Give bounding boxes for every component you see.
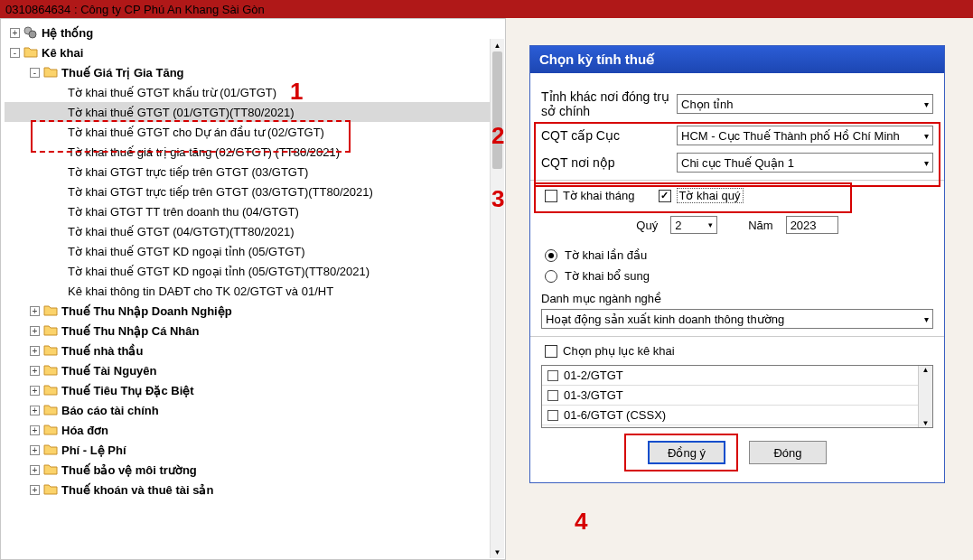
radio-supplement-declare[interactable]: Tờ khai bổ sung	[545, 269, 650, 283]
quarter-select[interactable]: 2 ▾	[670, 216, 717, 234]
scrollbar-thumb[interactable]	[492, 51, 502, 169]
cqt-capcuc-value: HCM - Cục Thuế Thành phố Hồ Chí Minh	[681, 129, 900, 143]
expand-collapse-icon[interactable]: +	[30, 425, 40, 435]
close-button-label: Đóng	[773, 446, 801, 460]
dm-select[interactable]: Hoạt động sản xuất kinh doanh thông thườ…	[541, 309, 933, 329]
month-checkbox[interactable]: Tờ khai tháng	[545, 189, 635, 202]
tree-item[interactable]: Tờ khai thuế GTGT KD ngoại tỉnh (05/GTGT…	[5, 241, 501, 261]
ok-button[interactable]: Đồng ý	[648, 441, 725, 464]
quarter-label: Quý	[636, 219, 658, 232]
tree-item[interactable]: Kê khai thông tin DAĐT cho TK 02/GTGT và…	[5, 281, 501, 301]
folder-icon	[43, 303, 58, 318]
year-label: Năm	[748, 219, 772, 232]
close-button[interactable]: Đóng	[749, 441, 827, 464]
radio-supp-label: Tờ khai bổ sung	[565, 269, 650, 283]
folder-icon	[43, 363, 58, 378]
tree-item[interactable]: -Thuế Giá Trị Gia Tăng	[5, 62, 501, 82]
tree-item-label: Thuế bảo vệ môi trường	[61, 463, 197, 477]
tree-item[interactable]: Tờ khai GTGT trực tiếp trên GTGT (03/GTG…	[5, 182, 501, 201]
expand-collapse-icon[interactable]: +	[30, 406, 40, 415]
svg-point-1	[29, 31, 36, 38]
tree-item[interactable]: +Thuế Tiêu Thụ Đặc Biệt	[5, 380, 501, 400]
quarter-value: 2	[675, 219, 681, 232]
month-checkbox-label: Tờ khai tháng	[563, 189, 635, 202]
expand-collapse-icon[interactable]: +	[30, 445, 40, 455]
expand-collapse-icon[interactable]: +	[10, 28, 20, 38]
expand-collapse-icon[interactable]: +	[30, 485, 40, 495]
expand-collapse-icon[interactable]: +	[30, 366, 40, 376]
expand-collapse-icon[interactable]: -	[10, 48, 20, 58]
checkbox-empty-icon	[547, 370, 558, 381]
appendix-checkbox[interactable]: Chọn phụ lục kê khai	[545, 344, 675, 358]
tree-item[interactable]: Tờ khai GTGT trực tiếp trên GTGT (03/GTG…	[5, 162, 501, 182]
expand-collapse-icon[interactable]: +	[30, 326, 40, 336]
panel-title: Chọn kỳ tính thuế	[530, 46, 944, 73]
appendix-listbox[interactable]: 01-2/GTGT01-3/GTGT01-6/GTGT (CSSX) ▲ ▼	[541, 365, 933, 428]
scroll-down-arrow-icon[interactable]: ▼	[491, 546, 504, 558]
tree-item[interactable]: +Hóa đơn	[5, 420, 501, 440]
cqt-noinop-select[interactable]: Chi cục Thuế Quận 1 ▾	[677, 153, 933, 173]
tree-item-label: Báo cáo tài chính	[61, 404, 159, 417]
scroll-up-arrow-icon[interactable]: ▲	[491, 39, 504, 51]
tree-item[interactable]: +Phí - Lệ Phí	[5, 440, 501, 460]
dm-label: Danh mục ngành nghề	[541, 292, 933, 305]
tree-item[interactable]: Tờ khai thuế GTGT KD ngoại tỉnh (05/GTGT…	[5, 261, 501, 281]
expand-collapse-icon[interactable]: +	[30, 386, 40, 396]
gear-icon	[23, 25, 38, 40]
cqt-capcuc-select[interactable]: HCM - Cục Thuế Thành phố Hồ Chí Minh ▾	[677, 126, 933, 145]
tree-item[interactable]: Tờ khai thuế GTGT khấu trừ (01/GTGT)	[5, 82, 501, 102]
list-item[interactable]: 01-2/GTGT	[542, 366, 932, 386]
folder-icon	[43, 482, 58, 497]
province-label: Tỉnh khác nơi đóng trụ sở chính	[541, 89, 677, 118]
annotation-number-1: 1	[290, 78, 303, 106]
tree-item-label: Thuế Thu Nhập Cá Nhân	[61, 324, 199, 338]
year-input[interactable]: 2023	[786, 216, 838, 234]
expand-collapse-icon[interactable]: +	[30, 346, 40, 356]
quarter-checkbox[interactable]: ✓ Tờ khai quý	[659, 188, 744, 203]
annotation-number-4: 4	[575, 508, 587, 536]
tree-item[interactable]: +Thuế khoán và thuê tài sản	[5, 480, 501, 499]
tax-period-panel: Chọn kỳ tính thuế Tỉnh khác nơi đóng trụ…	[529, 45, 945, 483]
tree-item-label: Kê khai	[42, 46, 83, 60]
checkbox-empty-icon	[547, 390, 558, 401]
tree-item[interactable]: Tờ khai thuế giá trị gia tăng (02/GTGT) …	[5, 142, 501, 162]
annotation-number-3: 3	[491, 185, 504, 213]
tree-item[interactable]: Tờ khai thuế GTGT cho Dự án đầu tư (02/G…	[5, 122, 501, 142]
chevron-down-icon: ▾	[924, 158, 929, 168]
sidebar-scrollbar[interactable]: ▲ ▼	[490, 39, 504, 558]
tree-item[interactable]: +Thuế Thu Nhập Doanh Nghiệp	[5, 301, 501, 321]
province-select[interactable]: Chọn tỉnh ▾	[677, 94, 933, 114]
tree-item[interactable]: +Thuế bảo vệ môi trường	[5, 460, 501, 480]
radio-selected-icon	[545, 249, 557, 262]
tree-item[interactable]: Tờ khai thuế GTGT (04/GTGT)(TT80/2021)	[5, 221, 501, 241]
tree-item[interactable]: Tờ khai thuế GTGT (01/GTGT)(TT80/2021)	[5, 102, 501, 122]
window-titlebar: 0310864634 : Công ty CP Phú An Khang Sài…	[0, 0, 973, 18]
tree-item[interactable]: -Kê khai	[5, 42, 501, 62]
list-item[interactable]: 01-3/GTGT	[542, 386, 932, 406]
tree-item[interactable]: +Thuế nhà thầu	[5, 341, 501, 360]
folder-icon	[43, 383, 58, 397]
tree-item[interactable]: +Hệ thống	[5, 23, 501, 42]
tree-item[interactable]: +Thuế Tài Nguyên	[5, 360, 501, 380]
chevron-down-icon: ▾	[924, 131, 929, 141]
expand-collapse-icon[interactable]: -	[30, 68, 40, 78]
scroll-down-arrow-icon[interactable]: ▼	[919, 419, 932, 427]
list-item[interactable]: 01-6/GTGT (CSSX)	[542, 406, 932, 425]
tree-item[interactable]: Tờ khai GTGT TT trên doanh thu (04/GTGT)	[5, 201, 501, 221]
expand-collapse-icon[interactable]: +	[30, 465, 40, 475]
quarter-checkbox-label: Tờ khai quý	[677, 188, 744, 203]
listbox-scrollbar[interactable]: ▲ ▼	[918, 366, 932, 427]
scroll-up-arrow-icon[interactable]: ▲	[919, 366, 932, 374]
tree-item-label: Thuế Tiêu Thụ Đặc Biệt	[61, 384, 194, 397]
radio-first-declare[interactable]: Tờ khai lần đầu	[545, 248, 647, 262]
tree-item-label: Tờ khai thuế GTGT (04/GTGT)(TT80/2021)	[68, 225, 295, 238]
tree-item[interactable]: +Thuế Thu Nhập Cá Nhân	[5, 321, 501, 341]
expand-collapse-icon[interactable]: +	[30, 306, 40, 316]
tree-item-label: Hóa đơn	[61, 424, 108, 437]
folder-icon	[43, 343, 58, 358]
radio-empty-icon	[545, 270, 557, 283]
tree-item[interactable]: +Báo cáo tài chính	[5, 400, 501, 420]
tree-item-label: Thuế khoán và thuê tài sản	[61, 483, 213, 497]
folder-icon	[43, 65, 58, 79]
folder-icon	[43, 423, 58, 437]
